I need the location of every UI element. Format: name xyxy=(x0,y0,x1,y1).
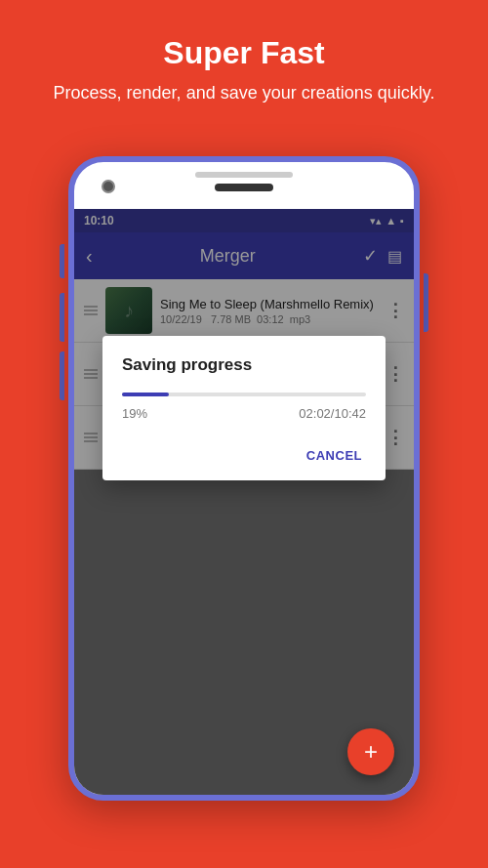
phone-btn-left-3 xyxy=(60,351,64,400)
dialog-title: Saving progress xyxy=(122,355,366,375)
phone-btn-right xyxy=(424,273,428,332)
phone-camera xyxy=(102,180,115,193)
phone-speaker xyxy=(215,184,273,191)
header-subtitle: Process, render, and save your creations… xyxy=(20,81,468,105)
progress-percent: 19% xyxy=(122,406,147,421)
progress-time: 02:02/10:42 xyxy=(299,406,366,421)
app-screen: 10:10 ▾▴ ▲ ▪ ‹ Merger ✓ ▤ xyxy=(74,209,414,795)
dialog-actions: CANCEL xyxy=(122,436,366,471)
cancel-button[interactable]: CANCEL xyxy=(303,440,366,471)
header: Super Fast Process, render, and save you… xyxy=(0,0,488,125)
fab-button[interactable]: + xyxy=(347,728,394,775)
phone-wrapper: 10:10 ▾▴ ▲ ▪ ‹ Merger ✓ ▤ xyxy=(68,156,420,801)
header-title: Super Fast xyxy=(20,35,468,71)
saving-dialog: Saving progress 19% 02:02/10:42 CANCEL xyxy=(102,336,386,480)
progress-bar-bg xyxy=(122,393,366,396)
phone-btn-left-1 xyxy=(60,244,64,278)
phone-frame: 10:10 ▾▴ ▲ ▪ ‹ Merger ✓ ▤ xyxy=(68,156,420,801)
progress-info: 19% 02:02/10:42 xyxy=(122,406,366,421)
dialog-overlay: Saving progress 19% 02:02/10:42 CANCEL xyxy=(74,209,414,795)
phone-btn-left-2 xyxy=(60,293,64,342)
phone-top xyxy=(195,172,293,178)
progress-bar-fill xyxy=(122,393,169,396)
